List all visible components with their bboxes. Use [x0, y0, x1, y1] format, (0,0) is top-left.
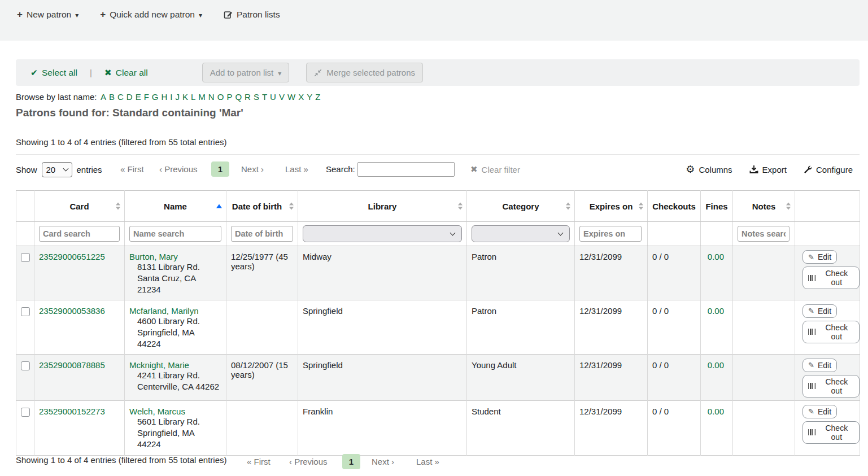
- row-checkbox[interactable]: [21, 361, 30, 370]
- letter-link[interactable]: N: [207, 92, 216, 102]
- category-cell: Patron: [467, 300, 575, 354]
- letter-link[interactable]: A: [99, 92, 107, 102]
- patron-lists-button[interactable]: Patron lists: [224, 10, 280, 20]
- row-checkbox[interactable]: [21, 307, 30, 316]
- clear-filter-button[interactable]: ✖ Clear filter: [470, 164, 520, 174]
- chevron-down-icon: [450, 230, 456, 235]
- check-out-button[interactable]: Check out: [802, 267, 860, 289]
- configure-button[interactable]: Configure: [804, 165, 853, 174]
- merge-selected-patrons-button[interactable]: Merge selected patrons: [306, 63, 423, 82]
- name-filter-input[interactable]: [129, 226, 221, 242]
- check-out-button[interactable]: Check out: [802, 421, 860, 444]
- sort-icon: [566, 203, 570, 210]
- filter-row: [16, 222, 860, 246]
- letter-link[interactable]: H: [160, 92, 169, 102]
- fines-cell: 0.00: [701, 246, 733, 300]
- letter-link[interactable]: Q: [234, 92, 243, 102]
- letter-link[interactable]: D: [125, 92, 134, 102]
- header-notes[interactable]: Notes: [733, 191, 795, 222]
- search-input[interactable]: [357, 162, 455, 177]
- select-all-button[interactable]: ✔ Select all: [30, 68, 77, 78]
- x-icon: ✖: [104, 68, 112, 78]
- select-all-label: Select all: [42, 68, 77, 78]
- export-button[interactable]: Export: [749, 165, 787, 174]
- letter-link[interactable]: S: [252, 92, 260, 102]
- new-patron-button[interactable]: + New patron ▾: [17, 9, 78, 20]
- expires-filter-input[interactable]: [579, 226, 642, 242]
- edit-button[interactable]: ✎Edit: [802, 250, 837, 264]
- header-date-of-birth[interactable]: Date of birth: [226, 191, 298, 222]
- card-number-link[interactable]: 23529000878885: [39, 360, 105, 370]
- header-expires-on[interactable]: Expires on: [575, 191, 648, 222]
- table-row: 23529000878885 Mcknight, Marie 4241 Libr…: [16, 354, 860, 400]
- expires-cell: 12/31/2099: [575, 246, 648, 300]
- columns-label: Columns: [699, 165, 732, 174]
- dob-filter-input[interactable]: [231, 226, 293, 242]
- header-card[interactable]: Card: [34, 191, 125, 222]
- letter-link[interactable]: T: [260, 92, 268, 102]
- page-size-select[interactable]: 20: [42, 162, 72, 177]
- pagination-page-1[interactable]: 1: [211, 161, 229, 177]
- card-filter-input[interactable]: [39, 226, 120, 242]
- letter-link[interactable]: Z: [314, 92, 322, 102]
- row-checkbox[interactable]: [21, 408, 30, 417]
- checkouts-cell: 0 / 0: [648, 354, 701, 400]
- letter-link[interactable]: F: [142, 92, 150, 102]
- letter-link[interactable]: B: [107, 92, 116, 102]
- header-name[interactable]: Name: [125, 191, 226, 222]
- card-number-link[interactable]: 23529000152273: [39, 407, 105, 416]
- letter-link[interactable]: W: [286, 92, 296, 102]
- letter-link[interactable]: Y: [306, 92, 314, 102]
- letter-link[interactable]: O: [216, 92, 225, 102]
- notes-filter-input[interactable]: [738, 226, 790, 242]
- pagination-first[interactable]: « First: [120, 164, 144, 174]
- letter-link[interactable]: E: [134, 92, 142, 102]
- check-out-button[interactable]: Check out: [802, 321, 860, 343]
- patron-search-results-page: + New patron ▾ + Quick add new patron ▾ …: [0, 0, 868, 476]
- patron-name-link[interactable]: Mcknight, Marie: [129, 360, 189, 370]
- edit-button[interactable]: ✎Edit: [802, 405, 837, 418]
- library-filter-select[interactable]: [303, 225, 462, 242]
- letter-link[interactable]: U: [269, 92, 278, 102]
- check-out-button[interactable]: Check out: [802, 375, 860, 398]
- letter-link[interactable]: V: [277, 92, 286, 102]
- pagination-next[interactable]: Next ›: [241, 164, 264, 174]
- add-to-patron-list-button[interactable]: Add to patron list ▾: [202, 63, 290, 82]
- letter-link[interactable]: G: [150, 92, 160, 102]
- letter-link[interactable]: X: [297, 92, 306, 102]
- patron-name-link[interactable]: Mcfarland, Marilyn: [129, 306, 199, 316]
- header-library[interactable]: Library: [298, 191, 467, 222]
- letter-link[interactable]: R: [243, 92, 252, 102]
- letter-link[interactable]: M: [197, 92, 207, 102]
- notes-cell: [733, 300, 795, 354]
- letter-link[interactable]: I: [169, 92, 174, 102]
- check-icon: ✔: [30, 68, 38, 78]
- edit-button[interactable]: ✎Edit: [802, 304, 837, 318]
- card-number-link[interactable]: 23529000651225: [39, 252, 105, 261]
- patron-lists-label: Patron lists: [237, 10, 280, 20]
- add-to-patron-list-label: Add to patron list: [210, 68, 274, 77]
- category-filter-select[interactable]: [472, 225, 570, 242]
- row-checkbox[interactable]: [21, 253, 30, 262]
- letter-link[interactable]: J: [174, 92, 181, 102]
- card-number-link[interactable]: 23529000053836: [39, 306, 105, 316]
- table-row: 23529000152273 Welch, Marcus 5601 Librar…: [16, 400, 860, 455]
- letter-link[interactable]: K: [181, 92, 190, 102]
- pagination-first[interactable]: « First: [247, 457, 271, 466]
- pagination-previous[interactable]: ‹ Previous: [159, 164, 198, 174]
- quick-add-new-patron-button[interactable]: + Quick add new patron ▾: [100, 9, 202, 20]
- columns-button[interactable]: ⚙ Columns: [686, 163, 732, 176]
- pagination-page-1[interactable]: 1: [342, 454, 360, 469]
- pagination-next[interactable]: Next ›: [372, 457, 394, 466]
- patron-name-link[interactable]: Welch, Marcus: [129, 407, 185, 416]
- pagination-previous[interactable]: ‹ Previous: [289, 457, 328, 466]
- letter-link[interactable]: C: [116, 92, 125, 102]
- patron-name-link[interactable]: Burton, Mary: [129, 252, 178, 261]
- header-category[interactable]: Category: [467, 191, 575, 222]
- edit-button[interactable]: ✎Edit: [802, 359, 837, 372]
- letter-link[interactable]: P: [225, 92, 234, 102]
- clear-all-button[interactable]: ✖ Clear all: [104, 68, 148, 78]
- pagination-last[interactable]: Last »: [285, 164, 308, 174]
- pagination-last[interactable]: Last »: [416, 457, 439, 466]
- letter-link[interactable]: L: [190, 92, 197, 102]
